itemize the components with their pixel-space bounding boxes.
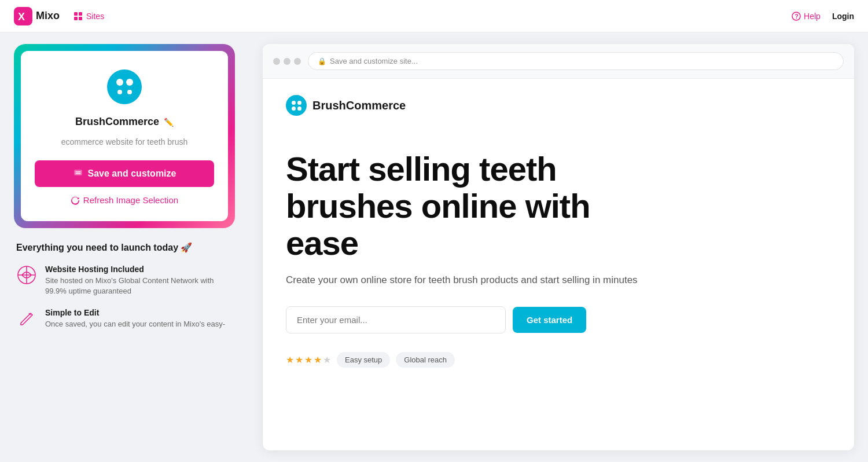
browser-addressbar[interactable]: 🔒 Save and customize site... <box>308 52 844 70</box>
badge-easy-setup: Easy setup <box>337 352 390 368</box>
refresh-button[interactable]: Refresh Image Selection <box>71 195 178 205</box>
browser-toolbar: 🔒 Save and customize site... <box>263 44 854 79</box>
hosting-icon <box>16 265 37 285</box>
preview-logo-dots <box>292 101 301 111</box>
site-name: BrushCommerce ✏️ <box>75 116 174 128</box>
preview-hero-subtitle: Create your own online store for teeth b… <box>286 273 645 288</box>
logo-dot-2 <box>126 79 133 86</box>
badge-global-reach: Global reach <box>396 352 455 368</box>
preview-email-input[interactable] <box>286 306 506 333</box>
topnav: X Mixo Sites ? Help Login <box>0 0 868 32</box>
refresh-label: Refresh Image Selection <box>83 195 178 205</box>
refresh-icon <box>71 196 80 205</box>
site-logo-dots <box>116 79 133 96</box>
preview-header: BrushCommerce <box>286 95 831 116</box>
logo-wrapper: X Mixo <box>14 7 60 25</box>
save-customize-label: Save and customize <box>88 168 176 179</box>
preview-dot-2 <box>297 101 301 105</box>
site-card-inner: BrushCommerce ✏️ ecommerce website for t… <box>21 51 228 221</box>
preview-dot-4 <box>297 107 301 111</box>
svg-rect-8 <box>74 170 82 175</box>
logo-dot-1 <box>116 79 123 86</box>
topnav-left: X Mixo Sites <box>14 7 109 25</box>
browser-dot-2 <box>284 58 290 65</box>
save-customize-button[interactable]: Save and customize <box>35 160 214 187</box>
preview-hero-title: Start selling teeth brushes online with … <box>286 151 645 261</box>
preview-logo-circle <box>286 95 307 116</box>
feature-edit-desc: Once saved, you can edit your content in… <box>45 319 225 329</box>
svg-rect-4 <box>74 17 78 20</box>
browser-dots <box>273 58 301 65</box>
logo-dot-3 <box>117 90 122 94</box>
browser-dot-3 <box>294 58 301 65</box>
help-label: Help <box>804 12 821 21</box>
help-button[interactable]: ? Help <box>792 12 821 21</box>
preview-brand-name: BrushCommerce <box>312 99 406 112</box>
preview-dot-3 <box>292 107 296 111</box>
svg-rect-2 <box>74 12 78 16</box>
svg-text:?: ? <box>795 13 799 20</box>
star-4: ★ <box>314 354 322 365</box>
lock-icon: 🔒 <box>318 57 326 65</box>
browser-dot-1 <box>273 58 280 65</box>
star-5: ★ <box>323 354 331 365</box>
feature-hosting-text: Website Hosting Included Site hosted on … <box>45 265 233 296</box>
svg-rect-5 <box>79 17 82 20</box>
features-section: Everything you need to launch today 🚀 We… <box>14 242 235 330</box>
edit-feature-icon <box>16 308 37 329</box>
sites-button[interactable]: Sites <box>69 9 109 23</box>
preview-get-started-button[interactable]: Get started <box>513 307 586 333</box>
feature-hosting: Website Hosting Included Site hosted on … <box>16 265 233 296</box>
logo-text: Mixo <box>36 10 60 22</box>
features-title: Everything you need to launch today 🚀 <box>16 242 233 253</box>
sites-icon <box>73 12 83 21</box>
star-1: ★ <box>286 354 294 365</box>
left-panel: BrushCommerce ✏️ ecommerce website for t… <box>0 32 249 462</box>
preview-hero: Start selling teeth brushes online with … <box>286 151 645 368</box>
topnav-right: ? Help Login <box>792 12 854 21</box>
site-card: BrushCommerce ✏️ ecommerce website for t… <box>14 44 235 228</box>
logo-dot-4 <box>127 90 132 94</box>
star-3: ★ <box>304 354 312 365</box>
svg-rect-3 <box>79 12 82 16</box>
feature-edit-text: Simple to Edit Once saved, you can edit … <box>45 308 225 329</box>
login-button[interactable]: Login <box>832 12 854 21</box>
feature-edit: Simple to Edit Once saved, you can edit … <box>16 308 233 329</box>
preview-dot-1 <box>292 101 296 105</box>
main-layout: BrushCommerce ✏️ ecommerce website for t… <box>0 32 868 462</box>
site-description: ecommerce website for teeth brush <box>61 137 188 146</box>
feature-hosting-title: Website Hosting Included <box>45 265 233 274</box>
feature-hosting-desc: Site hosted on Mixo's Global Content Net… <box>45 276 233 296</box>
preview-cta-row: Get started <box>286 306 645 333</box>
stars-row: ★ ★ ★ ★ ★ <box>286 354 331 365</box>
help-icon: ? <box>792 12 801 21</box>
sites-label: Sites <box>86 12 104 21</box>
star-2: ★ <box>295 354 303 365</box>
browser-frame: 🔒 Save and customize site... <box>263 44 854 450</box>
svg-text:X: X <box>18 11 25 23</box>
addressbar-text: Save and customize site... <box>330 57 418 65</box>
preview-badges: ★ ★ ★ ★ ★ Easy setup Global reach <box>286 352 645 368</box>
edit-icon[interactable]: ✏️ <box>164 118 174 127</box>
feature-edit-title: Simple to Edit <box>45 308 225 317</box>
right-panel: 🔒 Save and customize site... <box>249 32 868 462</box>
save-icon <box>73 168 83 179</box>
mixo-logo-icon: X <box>14 7 32 25</box>
preview-content: BrushCommerce Start selling teeth brushe… <box>263 79 854 450</box>
site-logo-circle <box>107 69 142 104</box>
